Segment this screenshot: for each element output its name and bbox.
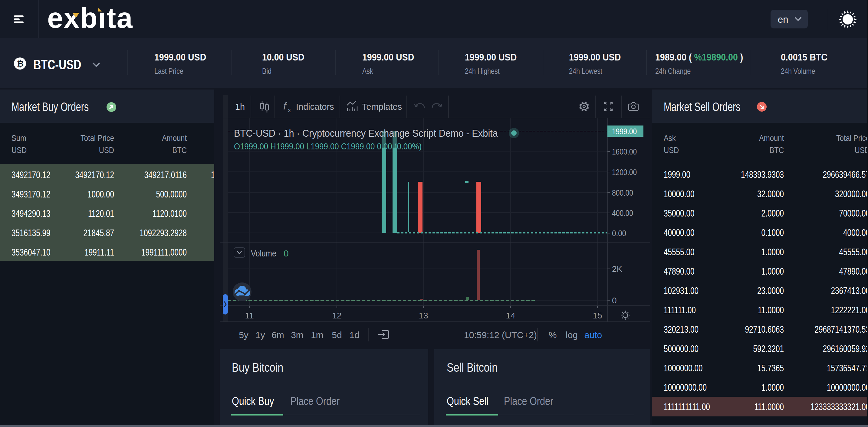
svg-text:5y: 5y <box>239 330 248 340</box>
svg-text:1600.00: 1600.00 <box>612 147 637 156</box>
svg-text:1d: 1d <box>349 330 359 340</box>
svg-text:6m: 6m <box>272 330 284 340</box>
svg-text:0: 0 <box>284 248 289 258</box>
svg-text:15: 15 <box>593 311 602 320</box>
svg-text:11: 11 <box>245 311 254 320</box>
svg-text:2K: 2K <box>612 264 623 274</box>
svg-text:10:59:12 (UTC+2): 10:59:12 (UTC+2) <box>464 330 537 340</box>
svg-text:12: 12 <box>332 311 341 320</box>
svg-text:Templates: Templates <box>362 102 402 111</box>
svg-text:1h: 1h <box>235 102 245 111</box>
svg-text:BTC-USD · 1h · Cryptocurrency: BTC-USD · 1h · Cryptocurrency Exchange S… <box>234 128 498 139</box>
svg-text:0.00: 0.00 <box>612 229 626 238</box>
svg-text:x: x <box>288 107 291 113</box>
svg-text:f: f <box>283 100 287 111</box>
svg-text:%: % <box>549 330 557 340</box>
svg-text:0: 0 <box>612 296 617 305</box>
svg-text:Volume: Volume <box>251 248 276 258</box>
svg-text:5d: 5d <box>332 330 342 340</box>
svg-text:O1999.00 H1999.00 L1999.00: O1999.00 H1999.00 L1999.00 C1999.00 0.00… <box>234 141 422 151</box>
svg-text:log: log <box>566 330 578 340</box>
svg-text:Indicators: Indicators <box>296 102 334 111</box>
svg-text:3m: 3m <box>291 330 304 340</box>
svg-text:400.00: 400.00 <box>612 208 633 218</box>
svg-text:1999.00: 1999.00 <box>612 127 637 136</box>
svg-text:1200.00: 1200.00 <box>612 168 637 177</box>
svg-text:auto: auto <box>584 330 602 340</box>
svg-text:1m: 1m <box>311 330 323 340</box>
svg-text:800.00: 800.00 <box>612 188 633 197</box>
svg-text:14: 14 <box>506 311 515 320</box>
svg-text:1y: 1y <box>255 330 265 340</box>
svg-text:13: 13 <box>418 311 428 320</box>
